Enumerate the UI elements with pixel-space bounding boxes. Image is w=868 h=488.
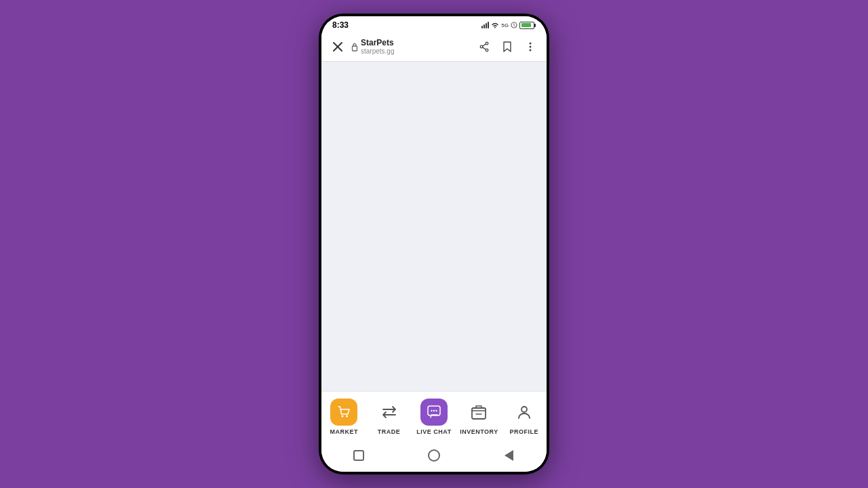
cart-icon bbox=[336, 405, 351, 420]
inventory-icon-wrapper bbox=[465, 399, 492, 426]
nav-item-market[interactable]: MARKET bbox=[321, 392, 366, 441]
svg-point-9 bbox=[530, 43, 532, 45]
status-bar: 8:33 5G bbox=[321, 16, 547, 33]
lock-icon bbox=[351, 43, 358, 52]
browser-url-area: StarPets starpets.gg bbox=[351, 38, 471, 56]
battery-icon bbox=[519, 22, 536, 29]
data-icon: 5G bbox=[501, 22, 509, 28]
browser-close-button[interactable] bbox=[330, 39, 346, 55]
back-button[interactable] bbox=[500, 446, 519, 465]
home-button[interactable] bbox=[425, 446, 443, 465]
signal-icon bbox=[481, 22, 489, 28]
site-url: starpets.gg bbox=[361, 47, 394, 56]
svg-point-11 bbox=[530, 49, 532, 52]
svg-rect-18 bbox=[472, 408, 486, 419]
phone-screen: 8:33 5G bbox=[321, 16, 547, 472]
chat-icon bbox=[427, 405, 441, 420]
svg-point-4 bbox=[486, 42, 488, 45]
person-icon bbox=[516, 404, 532, 420]
bottom-nav: MARKET TRADE bbox=[321, 391, 547, 441]
svg-rect-3 bbox=[353, 46, 357, 51]
nav-item-inventory[interactable]: INVENTORY bbox=[456, 392, 501, 441]
square-icon bbox=[353, 450, 364, 461]
svg-point-10 bbox=[530, 46, 532, 48]
svg-point-12 bbox=[342, 415, 344, 418]
wifi-icon bbox=[491, 22, 499, 28]
status-icons: 5G bbox=[481, 22, 536, 29]
live-chat-label: LIVE CHAT bbox=[416, 428, 451, 435]
circle-icon bbox=[428, 449, 440, 462]
trade-icon-wrapper bbox=[376, 399, 403, 426]
svg-point-6 bbox=[480, 45, 483, 48]
svg-point-13 bbox=[346, 415, 348, 418]
vdm-icon bbox=[511, 22, 517, 28]
browser-bar: StarPets starpets.gg bbox=[321, 33, 547, 62]
svg-point-16 bbox=[433, 410, 435, 411]
recent-apps-button[interactable] bbox=[349, 446, 368, 465]
site-title: StarPets bbox=[361, 38, 394, 47]
inventory-icon bbox=[471, 404, 487, 420]
back-icon bbox=[505, 450, 513, 461]
svg-line-8 bbox=[483, 47, 486, 49]
svg-point-15 bbox=[431, 410, 432, 411]
profile-icon-wrapper bbox=[511, 399, 538, 426]
market-icon-wrapper bbox=[330, 399, 357, 426]
nav-item-profile[interactable]: PROFILE bbox=[502, 392, 547, 441]
svg-point-17 bbox=[435, 410, 437, 411]
more-button[interactable] bbox=[522, 39, 538, 55]
svg-point-20 bbox=[521, 407, 527, 412]
phone-container: 8:33 5G bbox=[319, 14, 549, 474]
site-info: StarPets starpets.gg bbox=[361, 38, 394, 56]
bookmark-button[interactable] bbox=[499, 39, 515, 55]
nav-item-trade[interactable]: TRADE bbox=[366, 392, 411, 441]
inventory-label: INVENTORY bbox=[460, 428, 498, 435]
nav-item-live-chat[interactable]: LIVE CHAT bbox=[412, 392, 456, 441]
svg-line-7 bbox=[483, 44, 486, 46]
profile-label: PROFILE bbox=[510, 428, 539, 435]
system-nav-bar bbox=[321, 441, 547, 472]
status-time: 8:33 bbox=[332, 20, 349, 30]
browser-actions bbox=[476, 39, 538, 55]
live-chat-icon-wrapper bbox=[420, 399, 448, 426]
trade-icon bbox=[380, 405, 398, 420]
main-content bbox=[321, 62, 547, 391]
trade-label: TRADE bbox=[378, 428, 401, 435]
svg-point-5 bbox=[486, 49, 488, 52]
share-button[interactable] bbox=[476, 39, 492, 55]
market-label: MARKET bbox=[330, 428, 358, 435]
